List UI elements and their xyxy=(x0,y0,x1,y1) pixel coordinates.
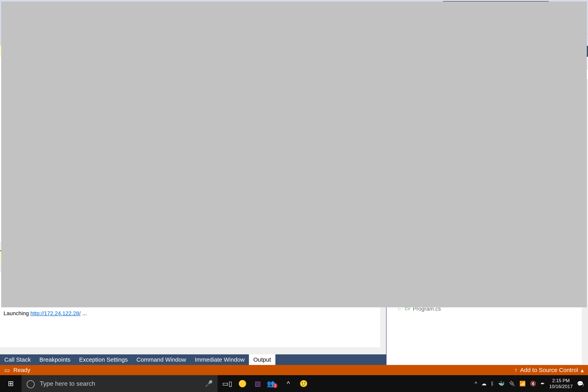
output-hscroll[interactable] xyxy=(0,347,386,354)
task-view-icon[interactable]: ▭▯ xyxy=(220,377,234,390)
docker-tray-icon[interactable]: 🐳 xyxy=(498,381,504,387)
tray-overflow-icon[interactable]: ^ xyxy=(475,381,477,387)
status-ready: Ready xyxy=(13,367,30,374)
cortana-placeholder: Type here to search xyxy=(40,380,95,387)
output-url-link[interactable]: http://172.24.122.28/ xyxy=(30,310,81,316)
mic-icon[interactable]: 🎤 xyxy=(205,380,213,387)
teams-icon[interactable]: 👥1 xyxy=(266,377,280,390)
source-control-button[interactable]: Add to Source Control xyxy=(520,367,578,374)
start-button[interactable]: ⊞ xyxy=(0,375,22,392)
tab-immediate-window[interactable]: Immediate Window xyxy=(190,354,249,365)
battery-icon[interactable]: 🔌 xyxy=(509,381,515,387)
tab-callstack[interactable]: Call Stack xyxy=(0,354,35,365)
cortana-search[interactable]: ◯ Type here to search 🎤 xyxy=(22,375,218,392)
wifi-icon[interactable]: 📶 xyxy=(520,381,526,387)
visual-studio-icon[interactable]: ▧ xyxy=(251,377,264,390)
chevron-up-icon[interactable]: ▴ xyxy=(581,367,584,374)
clock[interactable]: 2:15 PM 10/16/2017 xyxy=(549,378,573,390)
cortana-icon: ◯ xyxy=(26,379,35,388)
chevron-up-icon[interactable]: ^ xyxy=(282,377,295,390)
tool-window-tabs: Call Stack Breakpoints Exception Setting… xyxy=(0,354,386,365)
status-icon: ▭ xyxy=(4,367,10,374)
cloud-icon[interactable]: ☁ xyxy=(482,381,486,387)
tab-output[interactable]: Output xyxy=(249,354,275,365)
tab-command-window[interactable]: Command Window xyxy=(132,354,190,365)
avatar-icon[interactable]: 🙂 xyxy=(297,377,310,390)
windows-taskbar: ⊞ ◯ Type here to search 🎤 ▭▯ 🟡 ▧ 👥1 ^ 🙂 … xyxy=(0,375,588,392)
bluetooth-icon[interactable]: ᛒ xyxy=(491,381,494,387)
tab-breakpoints[interactable]: Breakpoints xyxy=(35,354,75,365)
publish-icon[interactable]: ↑ xyxy=(514,367,518,374)
sln-vertical-scrollbar[interactable] xyxy=(582,80,588,365)
expander-icon[interactable]: ▷ xyxy=(397,307,402,311)
chrome-icon[interactable]: 🟡 xyxy=(236,377,249,390)
action-center-icon[interactable]: 💬7 xyxy=(577,381,583,387)
tab-exception-settings[interactable]: Exception Settings xyxy=(75,354,132,365)
volume-icon[interactable]: 🔇 xyxy=(530,381,536,387)
status-bar: ▭ Ready ↑ Add to Source Control ▴ xyxy=(0,365,588,375)
pen-icon[interactable]: ✒ xyxy=(540,381,545,387)
